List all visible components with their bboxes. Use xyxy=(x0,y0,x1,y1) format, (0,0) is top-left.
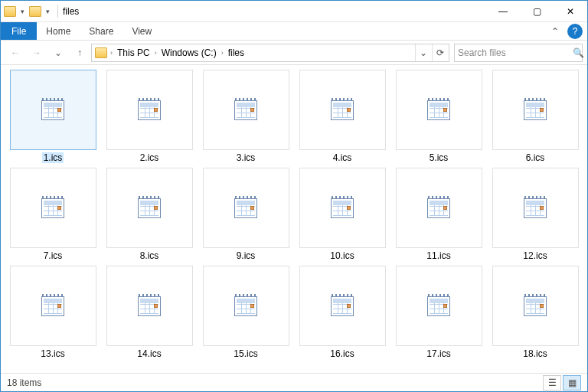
file-item[interactable]: 15.ics xyxy=(200,266,292,359)
file-thumbnail xyxy=(299,266,386,346)
file-name: 12.ics xyxy=(523,250,547,261)
file-thumbnail xyxy=(106,168,193,248)
forward-button[interactable]: → xyxy=(27,43,47,63)
file-name: 11.ics xyxy=(426,250,450,261)
details-view-button[interactable]: ☰ xyxy=(543,375,561,390)
file-name: 16.ics xyxy=(330,348,354,359)
back-button[interactable]: ← xyxy=(5,43,25,63)
calendar-icon xyxy=(41,100,64,120)
calendar-icon xyxy=(234,198,257,218)
tab-home[interactable]: Home xyxy=(37,22,80,40)
file-pane[interactable]: 1.ics2.ics3.ics4.ics5.ics6.ics7.ics8.ics… xyxy=(1,65,587,373)
calendar-icon xyxy=(331,296,354,316)
address-bar[interactable]: › This PC › Windows (C:) › files ⌄ ⟳ xyxy=(91,44,449,62)
recent-locations-button[interactable]: ⌄ xyxy=(48,43,68,63)
calendar-icon xyxy=(234,100,257,120)
chevron-right-icon[interactable]: › xyxy=(155,49,157,57)
file-item[interactable]: 7.ics xyxy=(7,168,99,261)
back-icon: ← xyxy=(11,47,20,58)
calendar-icon xyxy=(331,100,354,120)
file-item[interactable]: 4.ics xyxy=(296,70,388,163)
file-item[interactable]: 17.ics xyxy=(393,266,485,359)
folder-icon xyxy=(4,6,16,17)
calendar-icon xyxy=(138,100,161,120)
file-thumbnail xyxy=(10,168,96,248)
minimize-icon: — xyxy=(498,6,508,17)
calendar-icon xyxy=(41,198,64,218)
folder-icon xyxy=(95,47,107,58)
file-name: 8.ics xyxy=(140,250,159,261)
file-thumbnail xyxy=(396,168,482,248)
quick-access-toolbar: ▾ ▾ xyxy=(1,6,53,17)
file-name: 2.ics xyxy=(140,152,159,163)
file-item[interactable]: 10.ics xyxy=(296,168,388,261)
breadcrumb-this-pc[interactable]: This PC xyxy=(114,47,153,58)
search-box[interactable]: 🔍 xyxy=(454,44,583,62)
file-thumbnail xyxy=(106,70,193,150)
file-item[interactable]: 8.ics xyxy=(103,168,195,261)
file-item[interactable]: 5.ics xyxy=(393,70,485,163)
breadcrumb-drive[interactable]: Windows (C:) xyxy=(158,47,220,58)
tab-view[interactable]: View xyxy=(122,22,161,40)
titlebar: ▾ ▾ files — ▢ ✕ xyxy=(1,1,587,22)
file-item[interactable]: 16.ics xyxy=(296,266,388,359)
chevron-right-icon[interactable]: › xyxy=(110,49,113,57)
item-count: 18 items xyxy=(7,377,41,388)
minimize-button[interactable]: — xyxy=(486,1,520,22)
file-item[interactable]: 12.ics xyxy=(489,168,581,261)
file-thumbnail xyxy=(396,70,482,150)
qat-dropdown-icon[interactable]: ▾ xyxy=(18,8,28,15)
file-thumbnail xyxy=(492,168,579,248)
file-item[interactable]: 18.ics xyxy=(489,266,581,359)
calendar-icon xyxy=(138,296,161,316)
chevron-right-icon[interactable]: › xyxy=(221,49,224,57)
breadcrumb-folder[interactable]: files xyxy=(225,47,247,58)
calendar-icon xyxy=(331,198,354,218)
up-button[interactable]: ↑ xyxy=(70,43,90,63)
refresh-button[interactable]: ⟳ xyxy=(432,44,447,61)
file-name: 3.ics xyxy=(237,152,256,163)
refresh-icon: ⟳ xyxy=(436,47,444,58)
file-item[interactable]: 13.ics xyxy=(7,266,99,359)
details-icon: ☰ xyxy=(548,377,557,388)
file-item[interactable]: 2.ics xyxy=(103,70,195,163)
address-dropdown-button[interactable]: ⌄ xyxy=(415,44,430,61)
file-name: 13.ics xyxy=(41,348,64,359)
help-icon: ? xyxy=(573,26,578,37)
help-button[interactable]: ? xyxy=(567,24,583,39)
divider xyxy=(57,5,58,18)
calendar-icon xyxy=(524,296,547,316)
file-thumbnail xyxy=(492,70,579,150)
ribbon-expand-button[interactable]: ⌃ xyxy=(546,22,564,40)
close-button[interactable]: ✕ xyxy=(554,1,587,22)
thumbnails-view-button[interactable]: ▦ xyxy=(563,375,581,390)
thumbnails-icon: ▦ xyxy=(568,377,577,388)
file-name: 14.ics xyxy=(137,348,161,359)
folder-icon[interactable] xyxy=(29,6,41,17)
file-item[interactable]: 11.ics xyxy=(393,168,485,261)
calendar-icon xyxy=(41,296,64,316)
qat-customize-icon[interactable]: ▾ xyxy=(43,8,53,15)
search-icon: 🔍 xyxy=(573,47,584,58)
file-item[interactable]: 3.ics xyxy=(200,70,292,163)
forward-icon: → xyxy=(32,47,41,58)
file-item[interactable]: 6.ics xyxy=(489,70,581,163)
tab-share[interactable]: Share xyxy=(80,22,122,40)
maximize-button[interactable]: ▢ xyxy=(520,1,554,22)
file-item[interactable]: 14.ics xyxy=(103,266,195,359)
file-item[interactable]: 9.ics xyxy=(200,168,292,261)
window-title: files xyxy=(63,6,79,17)
file-name: 18.ics xyxy=(523,348,547,359)
file-thumbnail xyxy=(10,266,96,346)
file-thumbnail xyxy=(203,168,289,248)
file-item[interactable]: 1.ics xyxy=(7,70,99,163)
file-tab[interactable]: File xyxy=(1,22,37,40)
calendar-icon xyxy=(427,198,450,218)
search-input[interactable] xyxy=(458,47,573,58)
ribbon: File Home Share View ⌃ ? xyxy=(1,22,587,41)
maximize-icon: ▢ xyxy=(533,6,541,17)
file-thumbnail xyxy=(203,70,289,150)
file-thumbnail xyxy=(299,168,386,248)
file-name: 10.ics xyxy=(330,250,354,261)
file-name: 15.ics xyxy=(234,348,257,359)
